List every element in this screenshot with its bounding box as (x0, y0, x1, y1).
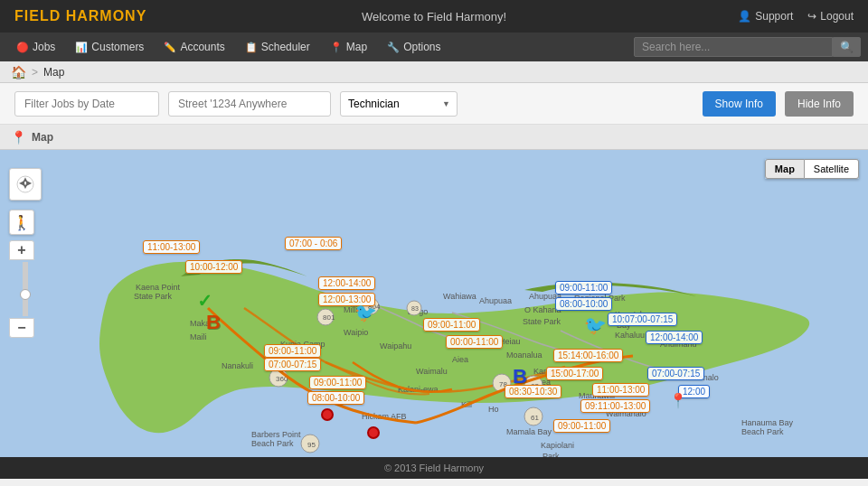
marker-red-2 (367, 426, 380, 439)
address-input[interactable] (168, 91, 331, 117)
header: FIELD HARMONY Welcome to Field Harmony! … (0, 0, 868, 33)
map-container[interactable]: Kaena Point State Park Maka Maili Nanaku… (0, 150, 868, 457)
svg-text:▶: ▶ (26, 179, 33, 187)
search-button[interactable]: 🔍 (833, 37, 861, 57)
time-label-7: 00:00-11:00 (446, 335, 503, 349)
filter-date-input[interactable] (14, 91, 159, 117)
scheduler-icon: 📋 (245, 42, 258, 53)
footer: © 2013 Field Harmony (0, 457, 868, 479)
marker-checkmark: ✓ (197, 290, 212, 312)
marker-pin-blue: 📍 (669, 392, 687, 409)
time-label-19: 09:11:00-13:00 (580, 399, 650, 413)
map-nav-control[interactable]: ▲ ▼ ◀ ▶ (9, 168, 42, 201)
map-type-controls: Map Satellite (765, 159, 859, 179)
options-icon: 🔧 (387, 42, 400, 53)
marker-bird-1: 🐦 (354, 302, 377, 323)
time-label-15: 12:00-14:00 (646, 331, 703, 344)
map-type-map[interactable]: Map (765, 159, 805, 179)
map-controls: ▲ ▼ ◀ ▶ 🚶 + − (9, 168, 42, 338)
zoom-in-button[interactable]: + (9, 240, 34, 260)
breadcrumb-separator: > (32, 66, 38, 79)
search-input[interactable] (634, 37, 833, 57)
time-label-3: 07:00 - 0:06 (285, 237, 342, 250)
svg-text:◀: ◀ (19, 179, 25, 187)
marker-red-1 (321, 408, 334, 421)
time-label-18: 11:00-13:00 (592, 383, 649, 397)
nav-customers-label: Customers (91, 41, 144, 53)
time-label-13: 08:00-10:00 (555, 297, 612, 311)
nav-item-options[interactable]: 🔧 Options (378, 37, 449, 57)
home-icon[interactable]: 🏠 (11, 65, 26, 79)
marker-letter-b-2: B (513, 365, 527, 388)
hide-info-button[interactable]: Hide Info (785, 91, 854, 117)
time-label-2: 10:00-12:00 (185, 260, 242, 274)
nav-jobs-label: Jobs (33, 41, 55, 53)
nav-options-label: Options (403, 41, 440, 53)
toolbar: Technician All Technicians Tech A Tech B… (0, 83, 868, 125)
logo-text: FIELD HARMONY (14, 8, 146, 23)
map-type-satellite[interactable]: Satellite (805, 159, 859, 179)
nav-accounts-label: Accounts (180, 41, 224, 53)
time-label-17: 15:00-17:00 (546, 367, 603, 380)
time-label-10: 09:00-11:00 (309, 376, 366, 389)
breadcrumb: 🏠 > Map (0, 61, 868, 83)
logout-button[interactable]: ↪ Logout (807, 10, 854, 23)
support-button[interactable]: 👤 Support (738, 10, 793, 23)
nav-item-map[interactable]: 📍 Map (321, 37, 376, 57)
main-nav: 🔴 Jobs 📊 Customers ✏️ Accounts 📋 Schedul… (0, 33, 868, 61)
technician-select[interactable]: Technician All Technicians Tech A Tech B (340, 91, 458, 117)
time-label-22: 07:00-07:15 (647, 367, 704, 380)
marker-bird-2: 🐦 (584, 314, 607, 336)
time-label-9: 07:00-07:15 (264, 358, 321, 371)
logout-icon: ↪ (807, 10, 816, 23)
app-logo: FIELD HARMONY (14, 8, 146, 24)
zoom-bar[interactable] (23, 262, 28, 316)
welcome-message: Welcome to Field Harmony! (362, 10, 506, 23)
time-label-21: 09:00-11:00 (553, 419, 610, 433)
nav-scheduler-label: Scheduler (261, 41, 310, 53)
nav-item-customers[interactable]: 📊 Customers (66, 37, 153, 57)
map-icon: 📍 (330, 42, 343, 53)
map-section-header: 📍 Map (0, 125, 868, 150)
accounts-icon: ✏️ (164, 42, 176, 53)
route-overlay (0, 150, 868, 457)
nav-map-label: Map (346, 41, 367, 53)
zoom-out-button[interactable]: − (9, 318, 34, 338)
support-icon: 👤 (738, 10, 751, 23)
nav-item-accounts[interactable]: ✏️ Accounts (155, 37, 233, 57)
time-label-1: 11:00-13:00 (143, 240, 200, 254)
technician-select-wrapper: Technician All Technicians Tech A Tech B (340, 91, 458, 117)
time-label-11: 08:00-10:00 (307, 391, 364, 405)
time-label-4: 12:00-14:00 (318, 276, 375, 290)
copyright-text: © 2013 Field Harmony (384, 463, 484, 473)
street-view-control[interactable]: 🚶 (9, 210, 34, 235)
time-label-6: 09:00-11:00 (423, 318, 480, 332)
marker-letter-b-1: B (206, 311, 221, 334)
time-label-8: 09:00-11:00 (264, 344, 321, 358)
map-section-label: Map (32, 131, 53, 144)
jobs-icon: 🔴 (16, 42, 29, 53)
nav-search: 🔍 (634, 37, 861, 57)
zoom-handle[interactable] (20, 289, 31, 300)
nav-item-scheduler[interactable]: 📋 Scheduler (236, 37, 319, 57)
time-label-16: 15:14:00-16:00 (553, 349, 623, 362)
time-label-12: 09:00-11:00 (555, 281, 612, 294)
breadcrumb-current: Map (43, 66, 64, 79)
map-pin-icon: 📍 (11, 130, 26, 145)
header-actions: 👤 Support ↪ Logout (738, 10, 854, 23)
nav-item-jobs[interactable]: 🔴 Jobs (7, 37, 64, 57)
show-info-button[interactable]: Show Info (703, 91, 776, 117)
time-label-14: 10:07:00-07:15 (608, 313, 677, 326)
customers-icon: 📊 (75, 42, 88, 53)
